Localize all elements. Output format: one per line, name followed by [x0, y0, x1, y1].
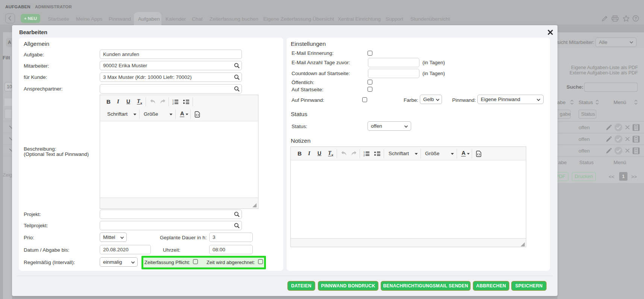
svg-text:1: 1 [172, 99, 174, 102]
svg-text:2: 2 [363, 154, 365, 157]
svg-text:?: ? [635, 17, 637, 21]
svg-text:2: 2 [172, 102, 174, 105]
svg-text:1: 1 [363, 151, 365, 154]
